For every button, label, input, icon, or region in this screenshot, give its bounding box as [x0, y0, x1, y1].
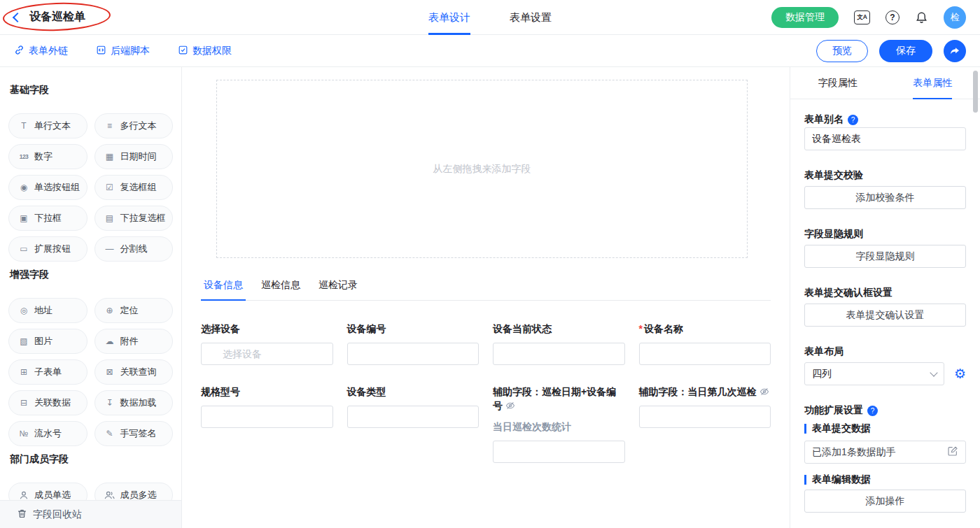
visibility-rules-label: 字段显隐规则 [804, 228, 966, 241]
required-asterisk: * [639, 323, 643, 334]
field-type-dropdown[interactable]: ▣下拉框 [8, 206, 88, 231]
canvas-field-device-number: 设备编号 [347, 322, 479, 365]
submit-data-label: 表单提交数据 [804, 422, 966, 435]
tab-inspection-record[interactable]: 巡检记录 [316, 279, 360, 300]
extension-settings-label: 功能扩展设置 ? [804, 404, 966, 417]
field-label: 设备编号 [347, 322, 479, 336]
field-type-single-line-text[interactable]: T单行文本 [8, 113, 88, 138]
field-type-radio-group[interactable]: ◉单选按钮组 [8, 175, 88, 200]
spec-model-input[interactable] [201, 406, 333, 428]
field-type-number[interactable]: 123数字 [8, 144, 88, 169]
member-multi-icon [104, 490, 115, 500]
divider-icon: — [104, 244, 115, 254]
data-manage-button[interactable]: 数据管理 [771, 7, 839, 28]
dropdown-multi-icon: ▤ [104, 213, 115, 223]
daily-count-input[interactable] [493, 441, 625, 463]
help-icon[interactable]: ? [886, 10, 899, 24]
extend-button-icon: ▭ [18, 244, 29, 254]
field-type-checkbox-group[interactable]: ☑复选框组 [94, 175, 174, 200]
tab-device-info[interactable]: 设备信息 [201, 279, 246, 300]
gear-icon[interactable]: ⚙ [954, 367, 966, 380]
form-alias-label: 表单别名 ? [804, 113, 966, 126]
device-status-input[interactable] [493, 343, 625, 365]
edit-icon[interactable] [947, 445, 958, 459]
subform-icon: ⊞ [18, 367, 29, 377]
tab-form-properties[interactable]: 表单属性 [886, 67, 980, 99]
single-line-text-icon: T [18, 121, 29, 131]
multi-line-text-icon: ≡ [104, 121, 115, 131]
layout-select[interactable]: 四列 [804, 362, 944, 385]
device-name-input[interactable] [639, 343, 771, 365]
form-alias-input[interactable] [804, 127, 966, 150]
tab-field-properties[interactable]: 字段属性 [790, 67, 886, 99]
field-type-extend-button[interactable]: ▭扩展按钮 [8, 236, 88, 262]
permission-icon [178, 45, 188, 57]
field-label: *设备名称 [639, 322, 771, 336]
address-icon: ◎ [18, 306, 29, 315]
device-type-input[interactable] [347, 406, 479, 428]
field-type-geolocation[interactable]: ⊕定位 [94, 298, 174, 323]
add-operation-button[interactable]: 添加操作 [804, 490, 966, 513]
field-type-linked-query[interactable]: ⊠关联查询 [94, 359, 174, 385]
translate-icon[interactable]: 文A [854, 10, 870, 24]
canvas-field-aux-inspect-date: 辅助字段：巡检日期+设备编号 当日巡检次数统计 [493, 385, 625, 463]
field-recycle-bin[interactable]: 字段回收站 [0, 500, 181, 528]
bell-icon[interactable] [915, 10, 928, 24]
select-device-input[interactable] [201, 343, 333, 365]
canvas-field-device-status: 设备当前状态 [493, 322, 625, 365]
number-icon: 123 [18, 153, 29, 160]
section-title-member-fields: 部门成员字段 [10, 453, 172, 466]
field-type-attachment[interactable]: ☁附件 [94, 329, 174, 354]
form-external-link[interactable]: 表单外链 [14, 45, 68, 57]
data-permission-link[interactable]: 数据权限 [178, 45, 232, 57]
tab-form-settings[interactable]: 表单设置 [510, 0, 552, 35]
data-load-icon: ↧ [104, 398, 115, 408]
form-layout-label: 表单布局 [804, 345, 966, 358]
add-validation-button[interactable]: 添加校验条件 [804, 186, 966, 209]
form-layout-row: 四列 ⚙ [804, 362, 966, 385]
field-type-subform[interactable]: ⊞子表单 [8, 359, 88, 385]
top-header: 设备巡检单 表单设计 表单设置 数据管理 文A ? 检 [0, 0, 980, 35]
eye-off-icon [760, 387, 769, 397]
field-type-image[interactable]: ▧图片 [8, 329, 88, 354]
avatar[interactable]: 检 [944, 6, 966, 29]
back-icon[interactable] [13, 12, 22, 22]
field-type-datetime[interactable]: ▦日期时间 [94, 144, 174, 169]
form-dropzone[interactable]: 从左侧拖拽来添加字段 [216, 80, 748, 258]
back-title-group: 设备巡检单 [14, 10, 85, 24]
help-icon[interactable]: ? [867, 406, 878, 416]
dropdown-icon: ▣ [18, 213, 29, 223]
field-type-address[interactable]: ◎地址 [8, 298, 88, 323]
preview-button[interactable]: 预览 [816, 40, 868, 62]
help-icon[interactable]: ? [848, 115, 858, 125]
field-type-linked-data[interactable]: ⊟关联数据 [8, 390, 88, 415]
field-type-multi-line-text[interactable]: ≡多行文本 [94, 113, 174, 138]
form-canvas: 从左侧拖拽来添加字段 设备信息 巡检信息 巡检记录 选择设备 设备编号 设备当前… [182, 67, 790, 528]
toolbar-actions: 预览 保存 [816, 40, 966, 62]
share-button[interactable] [944, 40, 966, 62]
field-type-divider[interactable]: —分割线 [94, 236, 174, 262]
field-type-signature[interactable]: ✎手写签名 [94, 421, 174, 446]
canvas-field-device-type: 设备类型 [347, 385, 479, 428]
backend-script-link[interactable]: 后端脚本 [96, 45, 150, 57]
field-type-serial-number[interactable]: №流水号 [8, 421, 88, 446]
field-type-data-load[interactable]: ↧数据加载 [94, 390, 174, 415]
scrollbar-thumb[interactable] [973, 71, 978, 113]
visibility-rules-button[interactable]: 字段显隐规则 [804, 245, 966, 268]
tab-inspection-info[interactable]: 巡检信息 [258, 279, 303, 300]
field-label: 辅助字段：巡检日期+设备编号 [493, 385, 625, 413]
section-title-basic-fields: 基础字段 [10, 84, 172, 97]
aux-daily-count-input[interactable] [639, 406, 771, 428]
tab-form-design[interactable]: 表单设计 [428, 0, 470, 35]
device-number-input[interactable] [347, 343, 479, 365]
basic-fields-grid: T单行文本 ≡多行文本 123数字 ▦日期时间 ◉单选按钮组 ☑复选框组 ▣下拉… [8, 113, 173, 262]
field-label: 规格型号 [201, 385, 333, 399]
field-type-dropdown-multi[interactable]: ▤下拉复选框 [94, 206, 174, 231]
submit-validation-label: 表单提交校验 [804, 169, 966, 182]
signature-icon: ✎ [104, 429, 115, 438]
submit-confirm-button[interactable]: 表单提交确认设置 [804, 304, 966, 327]
save-button[interactable]: 保存 [879, 40, 932, 62]
submit-confirm-label: 表单提交确认框设置 [804, 287, 966, 299]
script-icon [96, 45, 106, 57]
data-assistant-box[interactable]: 已添加1条数据助手 [804, 441, 966, 464]
